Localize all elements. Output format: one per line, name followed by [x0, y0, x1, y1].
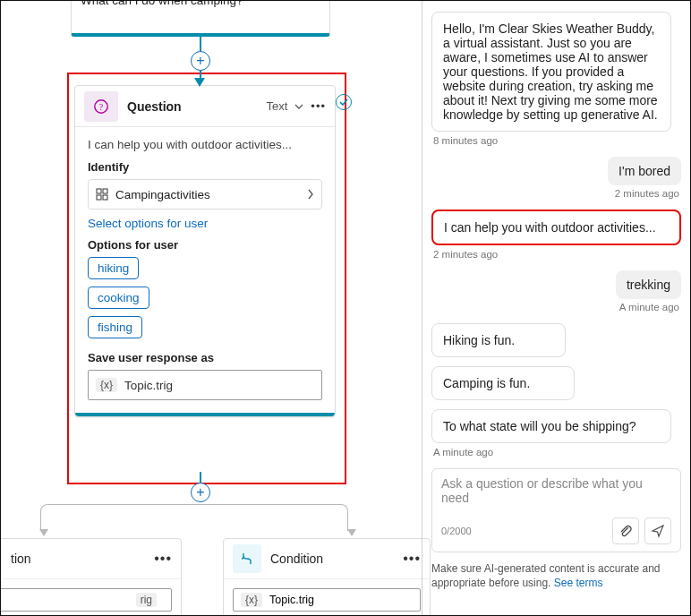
app-root: What activities can I do outdoors? What … — [0, 0, 691, 616]
arrow-down-icon-3 — [347, 529, 356, 536]
attach-button[interactable] — [612, 518, 639, 544]
save-variable-value: Topic.trig — [124, 379, 173, 392]
timestamp-intro: 8 minutes ago — [433, 135, 681, 146]
option-chip-cooking[interactable]: cooking — [88, 287, 149, 309]
condition-title-right: Condition — [270, 552, 403, 566]
timestamp-u2: A minute ago — [619, 302, 679, 312]
paperclip-icon — [618, 524, 633, 538]
svg-rect-5 — [103, 195, 107, 200]
condition-node-right[interactable]: Condition ••• {x} Topic.trig — [223, 538, 431, 616]
bot-message-highlighted: I can help you with outdoor activities..… — [431, 210, 681, 245]
disclaimer-text: Make sure AI-generated content is accura… — [431, 561, 681, 590]
add-node-button-1[interactable]: + — [191, 51, 210, 71]
chat-input-box[interactable]: Ask a question or describe what you need… — [431, 468, 681, 552]
condition-title-left: tion — [0, 552, 154, 566]
variable-value-left: rig — [136, 593, 157, 607]
option-chip-fishing[interactable]: fishing — [88, 316, 142, 338]
arrow-down-icon-2 — [39, 529, 48, 536]
question-accent-bar — [75, 413, 335, 416]
svg-rect-4 — [97, 195, 101, 200]
svg-rect-2 — [97, 189, 101, 193]
identify-value: Campingactivities — [115, 188, 210, 201]
user-message-2: trekking — [616, 270, 681, 299]
arrow-down-icon — [194, 78, 205, 87]
identify-label: Identify — [88, 160, 322, 174]
condition-more-button-left[interactable]: ••• — [154, 551, 172, 567]
save-label: Save user response as — [88, 351, 322, 364]
svg-text:?: ? — [99, 101, 104, 111]
option-chip-hiking[interactable]: hiking — [88, 257, 139, 279]
variable-icon-2: {x} — [241, 593, 262, 607]
user-message-1: I'm bored — [608, 157, 681, 185]
svg-rect-3 — [103, 189, 107, 193]
condition-icon — [233, 544, 261, 573]
see-terms-link[interactable]: See terms — [554, 577, 603, 589]
bot-message-4: To what state will you be shipping? — [431, 409, 671, 443]
timestamp-u1: 2 minutes ago — [615, 188, 679, 199]
question-icon: ? — [84, 91, 118, 122]
question-title: Question — [127, 99, 267, 114]
chat-panel: Hello, I'm Clear Skies Weather Buddy, a … — [422, 1, 690, 616]
condition-node-left[interactable]: tion ••• rig — [0, 538, 182, 616]
identify-selector[interactable]: Campingactivities — [88, 179, 322, 210]
trigger-line2: What can I do when camping? — [81, 0, 320, 7]
save-variable-input[interactable]: {x} Topic.trig — [88, 370, 322, 400]
condition-var-right[interactable]: {x} Topic.trig — [233, 588, 421, 612]
bot-message-2: Hiking is fun. — [431, 323, 566, 357]
send-button[interactable] — [644, 518, 671, 544]
options-label: Options for user — [88, 238, 322, 252]
question-type-label[interactable]: Text — [267, 99, 288, 113]
variable-value-right: Topic.trig — [269, 594, 314, 606]
variable-icon: {x} — [96, 378, 117, 392]
chevron-right-icon — [307, 189, 314, 200]
condition-var-left[interactable]: rig — [0, 588, 172, 612]
entity-icon — [96, 188, 108, 201]
validation-check-icon — [336, 94, 352, 110]
branch-connector — [40, 504, 348, 531]
question-node[interactable]: ? Question Text ••• I can help you with … — [74, 85, 336, 417]
flow-canvas[interactable]: What activities can I do outdoors? What … — [1, 1, 422, 616]
add-node-button-2[interactable]: + — [191, 483, 210, 502]
chat-placeholder: Ask a question or describe what you need — [441, 476, 671, 509]
trigger-node[interactable]: What activities can I do outdoors? What … — [71, 0, 330, 37]
chevron-down-icon[interactable] — [294, 102, 303, 111]
bot-message-intro: Hello, I'm Clear Skies Weather Buddy, a … — [431, 12, 671, 132]
timestamp-b1: 2 minutes ago — [433, 249, 681, 260]
condition-more-button-right[interactable]: ••• — [403, 551, 421, 567]
question-more-button[interactable]: ••• — [311, 99, 326, 113]
timestamp-b4: A minute ago — [433, 447, 681, 458]
send-icon — [651, 524, 665, 538]
question-header: ? Question Text ••• — [75, 86, 335, 127]
question-message[interactable]: I can help you with outdoor activities..… — [88, 138, 322, 151]
bot-message-3: Camping is fun. — [431, 366, 575, 400]
char-count: 0/2000 — [441, 526, 607, 536]
select-options-link[interactable]: Select options for user — [88, 217, 208, 230]
